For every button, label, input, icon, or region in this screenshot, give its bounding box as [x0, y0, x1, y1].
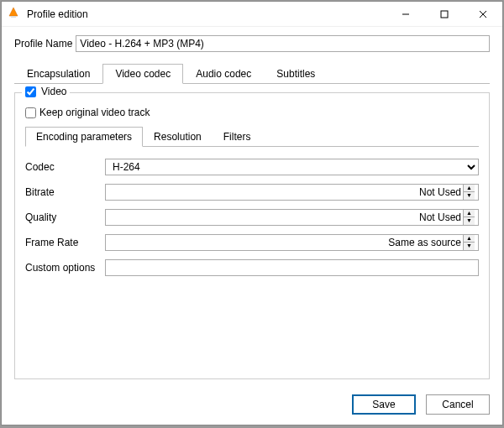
framerate-down-icon[interactable]: ▼: [464, 243, 475, 250]
maximize-button[interactable]: [425, 2, 464, 27]
profile-name-input[interactable]: [76, 35, 490, 52]
profile-name-label: Profile Name: [14, 38, 72, 50]
bitrate-label: Bitrate: [25, 186, 105, 198]
quality-spinner[interactable]: ▲▼: [105, 209, 479, 226]
quality-value[interactable]: [109, 211, 463, 223]
subtab-resolution[interactable]: Resolution: [143, 127, 213, 146]
framerate-label: Frame Rate: [25, 237, 105, 248]
quality-down-icon[interactable]: ▼: [464, 217, 475, 225]
main-tabs: Encapsulation Video codec Audio codec Su…: [14, 64, 490, 84]
bitrate-row: Bitrate ▲▼: [25, 184, 479, 201]
tab-encapsulation[interactable]: Encapsulation: [14, 64, 102, 83]
keep-original-checkbox[interactable]: [25, 107, 36, 118]
video-groupbox: Video Keep original video track Encoding…: [14, 92, 490, 379]
keep-original-row: Keep original video track: [25, 107, 479, 118]
video-checkbox[interactable]: [25, 86, 36, 97]
bitrate-spinner[interactable]: ▲▼: [105, 184, 479, 201]
video-checkbox-label: Video: [41, 86, 66, 97]
tab-audio-codec[interactable]: Audio codec: [183, 64, 264, 83]
custom-label: Custom options: [25, 262, 105, 274]
framerate-spinner[interactable]: ▲▼: [105, 234, 479, 251]
custom-row: Custom options: [25, 259, 479, 276]
codec-row: Codec H-264: [25, 159, 479, 175]
subtab-filters[interactable]: Filters: [213, 127, 262, 146]
custom-options-input[interactable]: [105, 259, 479, 276]
quality-up-icon[interactable]: ▲: [464, 210, 475, 217]
dialog-window: Profile edition Profile Name Encapsulati…: [1, 1, 503, 425]
save-button[interactable]: Save: [352, 394, 416, 415]
svg-marker-0: [9, 8, 18, 16]
svg-rect-1: [11, 16, 16, 18]
tab-video-codec[interactable]: Video codec: [102, 64, 183, 84]
titlebar: Profile edition: [2, 2, 502, 27]
quality-row: Quality ▲▼: [25, 209, 479, 226]
window-controls: [386, 2, 502, 27]
svg-rect-3: [441, 11, 448, 18]
dialog-body: Profile Name Encapsulation Video codec A…: [2, 27, 502, 388]
window-title: Profile edition: [25, 8, 386, 20]
keep-original-label: Keep original video track: [39, 107, 150, 118]
video-checkbox-wrap: Video: [22, 86, 70, 97]
sub-tabs: Encoding parameters Resolution Filters: [25, 127, 479, 147]
framerate-row: Frame Rate ▲▼: [25, 234, 479, 251]
framerate-up-icon[interactable]: ▲: [464, 235, 475, 243]
codec-select[interactable]: H-264: [105, 159, 479, 175]
minimize-button[interactable]: [386, 2, 425, 27]
bitrate-up-icon[interactable]: ▲: [464, 185, 475, 192]
profile-name-row: Profile Name: [14, 35, 490, 52]
quality-label: Quality: [25, 211, 105, 223]
tab-subtitles[interactable]: Subtitles: [264, 64, 328, 83]
codec-label: Codec: [25, 161, 105, 173]
subtab-encoding[interactable]: Encoding parameters: [25, 127, 143, 147]
cancel-button[interactable]: Cancel: [426, 394, 490, 415]
framerate-value[interactable]: [109, 237, 463, 248]
close-button[interactable]: [464, 2, 502, 27]
bitrate-down-icon[interactable]: ▼: [464, 192, 475, 200]
app-icon: [2, 7, 25, 21]
dialog-footer: Save Cancel: [2, 388, 502, 425]
bitrate-value[interactable]: [109, 186, 463, 198]
